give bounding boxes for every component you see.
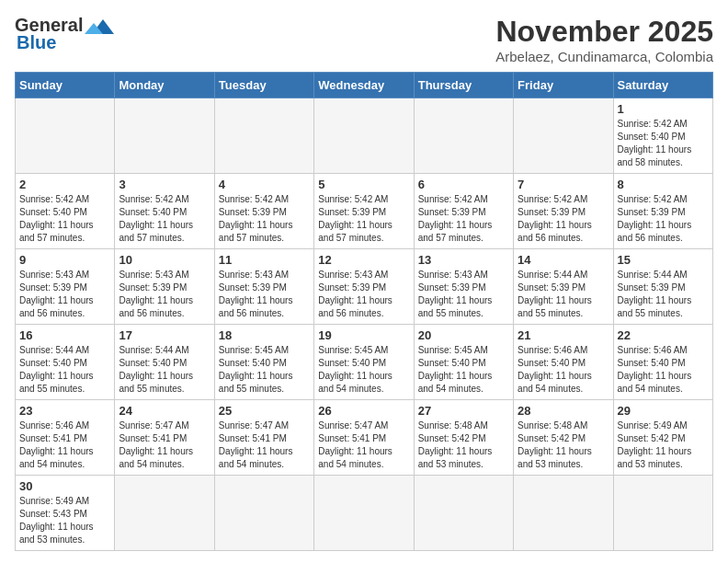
day-info: Sunrise: 5:48 AMSunset: 5:42 PMDaylight:… [518,419,609,471]
calendar-cell [414,98,513,174]
day-info: Sunrise: 5:49 AMSunset: 5:43 PMDaylight:… [19,495,110,546]
logo-icon [85,16,114,36]
day-info: Sunrise: 5:44 AMSunset: 5:39 PMDaylight:… [518,269,609,320]
logo: General Blue [15,15,114,53]
day-info: Sunrise: 5:43 AMSunset: 5:39 PMDaylight:… [318,269,409,320]
day-number: 20 [418,328,509,342]
day-info: Sunrise: 5:44 AMSunset: 5:40 PMDaylight:… [119,344,210,396]
day-number: 30 [19,479,110,493]
calendar-cell: 16Sunrise: 5:44 AMSunset: 5:40 PMDayligh… [16,325,115,400]
weekday-thursday: Thursday [414,73,513,98]
day-info: Sunrise: 5:42 AMSunset: 5:39 PMDaylight:… [618,193,709,245]
calendar-cell: 23Sunrise: 5:46 AMSunset: 5:41 PMDayligh… [16,400,115,476]
calendar-cell [314,476,414,551]
day-number: 10 [119,253,210,267]
calendar-cell: 2Sunrise: 5:42 AMSunset: 5:40 PMDaylight… [16,174,115,249]
day-info: Sunrise: 5:47 AMSunset: 5:41 PMDaylight:… [219,419,310,471]
weekday-sunday: Sunday [16,73,115,98]
day-number: 22 [618,328,709,342]
day-info: Sunrise: 5:47 AMSunset: 5:41 PMDaylight:… [119,419,210,471]
day-number: 1 [618,102,709,116]
week-row-5: 23Sunrise: 5:46 AMSunset: 5:41 PMDayligh… [16,400,713,476]
day-info: Sunrise: 5:42 AMSunset: 5:39 PMDaylight:… [219,193,310,245]
calendar-table: SundayMondayTuesdayWednesdayThursdayFrid… [15,72,713,551]
calendar-title: November 2025 [495,15,713,49]
day-info: Sunrise: 5:42 AMSunset: 5:40 PMDaylight:… [19,193,110,245]
weekday-tuesday: Tuesday [214,73,313,98]
calendar-cell: 8Sunrise: 5:42 AMSunset: 5:39 PMDaylight… [613,174,712,249]
calendar-cell: 12Sunrise: 5:43 AMSunset: 5:39 PMDayligh… [314,249,414,325]
day-number: 2 [19,178,110,191]
day-number: 21 [518,328,609,342]
calendar-cell: 14Sunrise: 5:44 AMSunset: 5:39 PMDayligh… [514,249,613,325]
day-number: 25 [219,404,310,418]
day-info: Sunrise: 5:44 AMSunset: 5:39 PMDaylight:… [618,269,709,320]
day-number: 15 [618,253,709,267]
day-info: Sunrise: 5:46 AMSunset: 5:40 PMDaylight:… [518,344,609,396]
calendar-cell: 1Sunrise: 5:42 AMSunset: 5:40 PMDaylight… [613,98,712,174]
calendar-cell: 26Sunrise: 5:47 AMSunset: 5:41 PMDayligh… [314,400,414,476]
calendar-cell: 9Sunrise: 5:43 AMSunset: 5:39 PMDaylight… [16,249,115,325]
calendar-cell: 18Sunrise: 5:45 AMSunset: 5:40 PMDayligh… [214,325,313,400]
calendar-cell: 29Sunrise: 5:49 AMSunset: 5:42 PMDayligh… [613,400,712,476]
day-number: 29 [618,404,709,418]
weekday-friday: Friday [514,73,613,98]
day-number: 26 [318,404,409,418]
day-number: 17 [119,328,210,342]
calendar-cell: 10Sunrise: 5:43 AMSunset: 5:39 PMDayligh… [115,249,214,325]
day-number: 8 [618,178,709,191]
day-info: Sunrise: 5:42 AMSunset: 5:39 PMDaylight:… [318,193,409,245]
day-number: 18 [219,328,310,342]
day-number: 23 [19,404,110,418]
day-number: 12 [318,253,409,267]
week-row-3: 9Sunrise: 5:43 AMSunset: 5:39 PMDaylight… [16,249,713,325]
calendar-cell: 30Sunrise: 5:49 AMSunset: 5:43 PMDayligh… [16,476,115,551]
day-number: 28 [518,404,609,418]
calendar-cell [314,98,414,174]
day-number: 7 [518,178,609,191]
day-info: Sunrise: 5:45 AMSunset: 5:40 PMDaylight:… [219,344,310,396]
day-info: Sunrise: 5:49 AMSunset: 5:42 PMDaylight:… [618,419,709,471]
calendar-header: SundayMondayTuesdayWednesdayThursdayFrid… [16,73,713,98]
calendar-cell: 4Sunrise: 5:42 AMSunset: 5:39 PMDaylight… [214,174,313,249]
week-row-6: 30Sunrise: 5:49 AMSunset: 5:43 PMDayligh… [16,476,713,551]
page-header: General Blue November 2025 Arbelaez, Cun… [15,15,713,64]
calendar-cell: 22Sunrise: 5:46 AMSunset: 5:40 PMDayligh… [613,325,712,400]
day-info: Sunrise: 5:45 AMSunset: 5:40 PMDaylight:… [418,344,509,396]
day-info: Sunrise: 5:42 AMSunset: 5:40 PMDaylight:… [119,193,210,245]
day-info: Sunrise: 5:42 AMSunset: 5:39 PMDaylight:… [518,193,609,245]
calendar-cell [514,476,613,551]
calendar-cell [115,98,214,174]
day-number: 9 [19,253,110,267]
day-number: 19 [318,328,409,342]
calendar-cell: 28Sunrise: 5:48 AMSunset: 5:42 PMDayligh… [514,400,613,476]
day-info: Sunrise: 5:42 AMSunset: 5:39 PMDaylight:… [418,193,509,245]
calendar-subtitle: Arbelaez, Cundinamarca, Colombia [495,49,713,64]
calendar-cell [414,476,513,551]
day-number: 27 [418,404,509,418]
calendar-body: 1Sunrise: 5:42 AMSunset: 5:40 PMDaylight… [16,98,713,551]
week-row-2: 2Sunrise: 5:42 AMSunset: 5:40 PMDaylight… [16,174,713,249]
calendar-cell [613,476,712,551]
weekday-monday: Monday [115,73,214,98]
day-info: Sunrise: 5:46 AMSunset: 5:41 PMDaylight:… [19,419,110,471]
calendar-cell: 25Sunrise: 5:47 AMSunset: 5:41 PMDayligh… [214,400,313,476]
day-info: Sunrise: 5:46 AMSunset: 5:40 PMDaylight:… [618,344,709,396]
day-info: Sunrise: 5:43 AMSunset: 5:39 PMDaylight:… [19,269,110,320]
calendar-cell [16,98,115,174]
day-number: 11 [219,253,310,267]
day-info: Sunrise: 5:43 AMSunset: 5:39 PMDaylight:… [119,269,210,320]
day-info: Sunrise: 5:48 AMSunset: 5:42 PMDaylight:… [418,419,509,471]
day-number: 4 [219,178,310,191]
calendar-cell [115,476,214,551]
week-row-4: 16Sunrise: 5:44 AMSunset: 5:40 PMDayligh… [16,325,713,400]
title-block: November 2025 Arbelaez, Cundinamarca, Co… [495,15,713,64]
day-info: Sunrise: 5:42 AMSunset: 5:40 PMDaylight:… [618,118,709,169]
calendar-cell: 21Sunrise: 5:46 AMSunset: 5:40 PMDayligh… [514,325,613,400]
calendar-cell [214,476,313,551]
calendar-cell: 6Sunrise: 5:42 AMSunset: 5:39 PMDaylight… [414,174,513,249]
day-number: 13 [418,253,509,267]
day-info: Sunrise: 5:47 AMSunset: 5:41 PMDaylight:… [318,419,409,471]
day-info: Sunrise: 5:44 AMSunset: 5:40 PMDaylight:… [19,344,110,396]
calendar-cell: 27Sunrise: 5:48 AMSunset: 5:42 PMDayligh… [414,400,513,476]
